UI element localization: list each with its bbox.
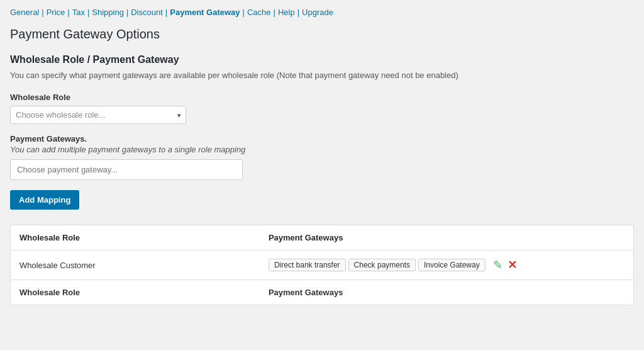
nav-sep-3: | xyxy=(87,8,89,17)
nav-sep-5: | xyxy=(165,8,167,17)
table-cell-gateways: Direct bank transfer Check payments Invo… xyxy=(260,251,634,280)
gateway-tag-check-payments: Check payments xyxy=(348,259,416,271)
section-title: Wholesale Role / Payment Gateway xyxy=(10,54,634,65)
nav-bar: General | Price | Tax | Shipping | Disco… xyxy=(10,8,634,17)
col-header-wholesale-role: Wholesale Role xyxy=(11,225,260,251)
nav-item-upgrade[interactable]: Upgrade xyxy=(302,8,333,17)
gateway-tag-direct-bank: Direct bank transfer xyxy=(269,259,346,271)
section-description: You can specify what payment gateways ar… xyxy=(10,71,634,80)
table-footer-col-role: Wholesale Role xyxy=(11,280,260,305)
nav-sep-4: | xyxy=(126,8,128,17)
gateway-tag-invoice-gateway: Invoice Gateway xyxy=(418,259,486,271)
gateway-tags: Direct bank transfer Check payments Invo… xyxy=(269,259,486,271)
wholesale-role-select[interactable]: Choose wholesale role... xyxy=(10,106,186,124)
payment-gateways-group: Payment Gateways. You can add multiple p… xyxy=(10,134,634,180)
wholesale-role-select-wrap: Choose wholesale role... ▾ xyxy=(10,106,186,124)
payment-gateways-sublabel: You can add multiple payment gateways to… xyxy=(10,145,634,154)
nav-sep-7: | xyxy=(274,8,275,17)
nav-sep-1: | xyxy=(42,8,43,17)
nav-item-discount[interactable]: Discount xyxy=(131,8,163,17)
table-footer-col-gateways: Payment Gateways xyxy=(260,280,634,305)
col-header-payment-gateways: Payment Gateways xyxy=(260,225,634,251)
table-cell-role: Wholesale Customer xyxy=(11,251,260,280)
add-mapping-button[interactable]: Add Mapping xyxy=(10,190,79,210)
nav-item-shipping[interactable]: Shipping xyxy=(92,8,124,17)
nav-item-price[interactable]: Price xyxy=(47,8,65,17)
payment-gateway-input[interactable] xyxy=(10,159,243,180)
nav-sep-6: | xyxy=(243,8,245,17)
wholesale-role-label: Wholesale Role xyxy=(10,93,634,102)
nav-item-tax[interactable]: Tax xyxy=(72,8,85,17)
gateway-tags-and-actions: Direct bank transfer Check payments Invo… xyxy=(269,258,625,272)
delete-icon[interactable]: ✕ xyxy=(508,258,517,272)
table-header-row: Wholesale Role Payment Gateways xyxy=(11,225,634,251)
payment-gateways-label: Payment Gateways. xyxy=(10,134,634,144)
table-footer-row: Wholesale Role Payment Gateways xyxy=(11,280,634,305)
nav-sep-2: | xyxy=(67,8,69,17)
table-row: Wholesale Customer Direct bank transfer … xyxy=(11,251,634,280)
wholesale-role-group: Wholesale Role Choose wholesale role... … xyxy=(10,93,634,124)
page-title: Payment Gateway Options xyxy=(10,27,634,42)
edit-icon[interactable]: ✎ xyxy=(493,258,502,272)
action-icons: ✎ ✕ xyxy=(486,258,517,272)
nav-item-cache[interactable]: Cache xyxy=(247,8,271,17)
nav-item-general[interactable]: General xyxy=(10,8,39,17)
nav-sep-8: | xyxy=(297,8,299,17)
nav-item-payment-gateway: Payment Gateway xyxy=(170,8,240,17)
nav-item-help[interactable]: Help xyxy=(278,8,295,17)
mapping-table: Wholesale Role Payment Gateways Wholesal… xyxy=(10,225,634,305)
